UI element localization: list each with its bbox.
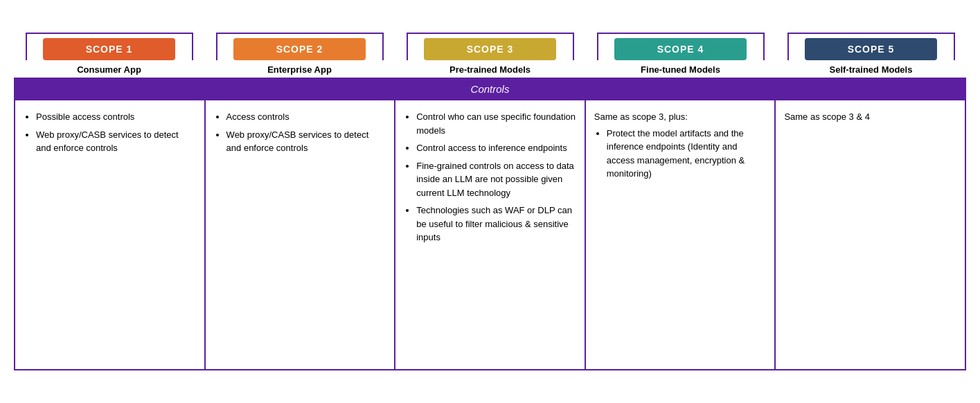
scope-subtitle-scope3: Pre-trained Models — [395, 60, 585, 78]
content-col-scope2: Access controlsWeb proxy/CASB services t… — [206, 100, 396, 369]
scopes-header-row: SCOPE 1 Consumer App SCOPE 2 Enterprise … — [14, 33, 966, 78]
badge-border-scope2: SCOPE 2 — [216, 33, 384, 60]
bullet-item: Possible access controls — [36, 110, 196, 124]
bullet-item: Fine-grained controls on access to data … — [416, 159, 576, 200]
bullet-item: Web proxy/CASB services to detect and en… — [36, 128, 196, 155]
scope-badge-scope2: SCOPE 2 — [233, 38, 365, 60]
content-col-scope1: Possible access controlsWeb proxy/CASB s… — [15, 100, 206, 369]
bullet-item: Technologies such as WAF or DLP can be u… — [416, 204, 576, 244]
scope-subtitle-scope1: Consumer App — [14, 60, 204, 78]
bullet-item: Web proxy/CASB services to detect and en… — [226, 128, 386, 155]
badge-border-scope3: SCOPE 3 — [407, 33, 574, 60]
content-col-scope4: Same as scope 3, plus:Protect the model … — [586, 100, 776, 369]
badge-border-scope5: SCOPE 5 — [787, 33, 955, 60]
scope-header-col-scope1: SCOPE 1 Consumer App — [14, 33, 204, 78]
bullet-item: Protect the model artifacts and the infe… — [607, 127, 767, 181]
content-col-scope3: Control who can use specific foundation … — [395, 100, 586, 369]
scope-subtitle-scope2: Enterprise App — [204, 60, 395, 78]
scope-header-col-scope5: SCOPE 5 Self-trained Models — [776, 33, 966, 78]
bullet-list-scope4: Protect the model artifacts and the infe… — [594, 127, 767, 181]
diagram: SCOPE 1 Consumer App SCOPE 2 Enterprise … — [14, 33, 966, 370]
scope-subtitle-scope4: Fine-tuned Models — [585, 60, 776, 78]
bullet-item: Control who can use specific foundation … — [416, 110, 576, 137]
scope-subtitle-scope5: Self-trained Models — [776, 60, 966, 78]
scope-header-col-scope3: SCOPE 3 Pre-trained Models — [395, 33, 585, 78]
bullet-list-scope2: Access controlsWeb proxy/CASB services t… — [214, 110, 386, 155]
badge-border-scope4: SCOPE 4 — [597, 33, 765, 60]
scope-badge-scope4: SCOPE 4 — [614, 38, 746, 60]
bullet-item: Access controls — [226, 110, 386, 124]
scope-badge-scope1: SCOPE 1 — [43, 38, 175, 60]
scope-header-col-scope2: SCOPE 2 Enterprise App — [204, 33, 395, 78]
controls-bar: Controls — [14, 78, 966, 100]
scope-header-col-scope4: SCOPE 4 Fine-tuned Models — [585, 33, 776, 78]
bullet-list-scope1: Possible access controlsWeb proxy/CASB s… — [24, 110, 196, 155]
scope-badge-scope3: SCOPE 3 — [424, 38, 555, 60]
bullet-list-scope3: Control who can use specific foundation … — [404, 110, 576, 244]
content-col-scope5: Same as scope 3 & 4 — [776, 100, 965, 369]
bullet-item: Control access to inference endpoints — [416, 141, 576, 155]
plain-text-scope5: Same as scope 3 & 4 — [784, 110, 956, 124]
content-row: Possible access controlsWeb proxy/CASB s… — [14, 100, 966, 370]
plain-text-scope4: Same as scope 3, plus: — [594, 110, 767, 124]
badge-border-scope1: SCOPE 1 — [26, 33, 193, 60]
scope-badge-scope5: SCOPE 5 — [805, 38, 936, 60]
